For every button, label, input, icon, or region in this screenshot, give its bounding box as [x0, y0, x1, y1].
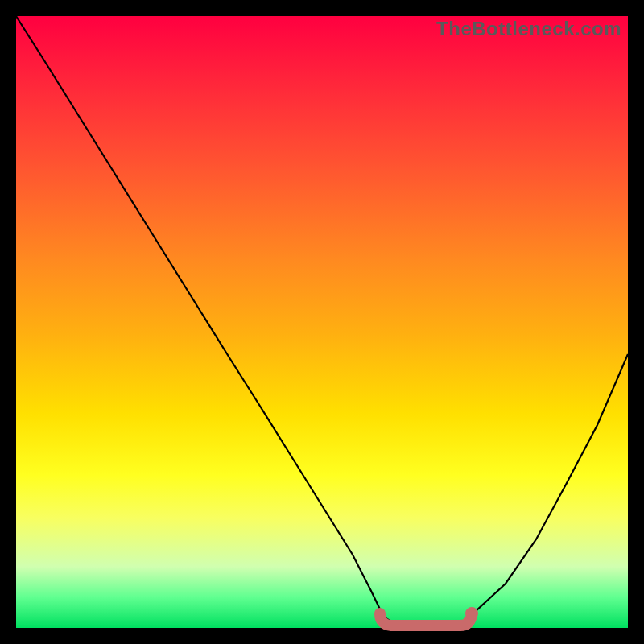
chart-frame: TheBottleneck.com: [0, 0, 644, 644]
optimal-range-end-dot: [465, 607, 478, 620]
chart-svg: [16, 16, 628, 628]
bottleneck-curve: [16, 16, 628, 628]
optimal-range-marker: [380, 613, 472, 625]
plot-area: TheBottleneck.com: [16, 16, 628, 628]
